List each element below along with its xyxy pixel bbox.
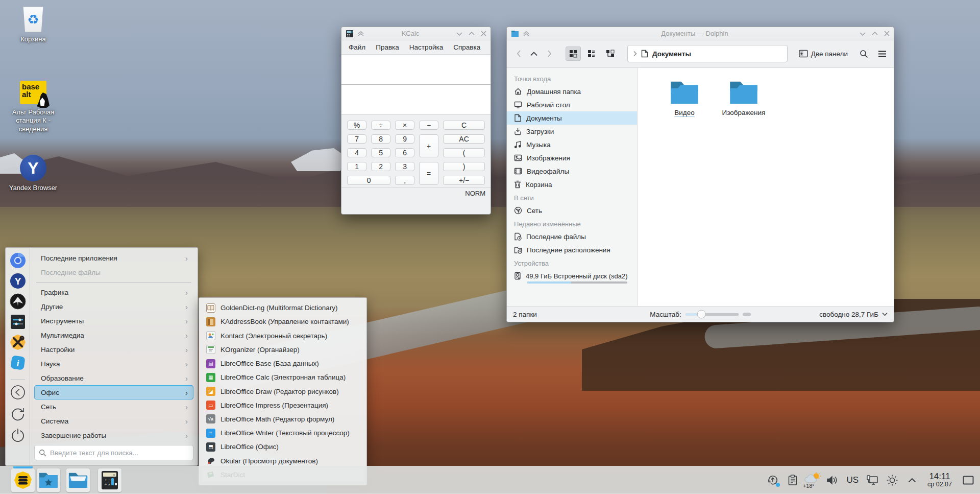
keep-above-icon[interactable] bbox=[523, 31, 530, 37]
pinned-files-launcher[interactable] bbox=[37, 468, 60, 492]
place-disk-sda2[interactable]: 49,9 ГиБ Встроенный диск (sda2) bbox=[507, 269, 637, 283]
place-desktop[interactable]: Рабочий стол bbox=[507, 98, 637, 111]
menu-item-system[interactable]: Система› bbox=[34, 414, 193, 428]
place-home[interactable]: Домашняя папка bbox=[507, 85, 637, 98]
split-view-button[interactable]: Две панели bbox=[796, 48, 851, 60]
menu-item-multimedia[interactable]: Мультимедиа› bbox=[34, 328, 193, 342]
place-music[interactable]: Музыка bbox=[507, 138, 637, 151]
menu-item-leave[interactable]: Завершение работы› bbox=[34, 428, 193, 442]
menu-restart-button[interactable] bbox=[10, 406, 26, 422]
app-launcher-button[interactable] bbox=[11, 468, 35, 492]
menu-item-tools[interactable]: Инструменты› bbox=[34, 314, 193, 328]
forward-button[interactable] bbox=[543, 47, 556, 60]
menu-item-science[interactable]: Наука› bbox=[34, 357, 193, 371]
details-view-button[interactable] bbox=[584, 46, 599, 61]
close-icon[interactable] bbox=[481, 31, 486, 36]
key-6[interactable]: 6 bbox=[395, 148, 414, 157]
desktop-icon-basealt-info[interactable]: basealt Альт Рабочая станция К - сведени… bbox=[7, 79, 60, 133]
icons-view-button[interactable] bbox=[566, 46, 581, 61]
zoom-slider[interactable] bbox=[685, 313, 739, 316]
back-button[interactable] bbox=[512, 47, 525, 60]
desktop-icon-trash[interactable]: ♻ Корзина bbox=[7, 6, 60, 43]
menu-item-office[interactable]: Офис› bbox=[34, 385, 193, 399]
key-1[interactable]: 1 bbox=[347, 162, 366, 171]
file-item-pictures[interactable]: Изображения bbox=[715, 80, 772, 117]
key-plus[interactable]: + bbox=[419, 134, 438, 157]
place-network[interactable]: Сеть bbox=[507, 204, 637, 217]
favorite-control-center[interactable] bbox=[9, 334, 27, 351]
show-desktop-button[interactable] bbox=[962, 468, 975, 492]
updates-tray-icon[interactable] bbox=[765, 473, 780, 488]
place-recent-files[interactable]: Последние файлы bbox=[507, 230, 637, 243]
weather-tray-icon[interactable]: +18° bbox=[805, 473, 820, 488]
place-downloads[interactable]: Загрузки bbox=[507, 125, 637, 138]
submenu-item-kontact[interactable]: Kontact (Электронный секретарь) bbox=[202, 328, 363, 342]
hamburger-menu-button[interactable] bbox=[875, 47, 889, 60]
submenu-item-lo-impress[interactable]: ▭ LibreOffice Impress (Презентация) bbox=[202, 398, 363, 412]
key-4[interactable]: 4 bbox=[347, 148, 366, 157]
key-plus-minus[interactable]: +/− bbox=[443, 176, 485, 185]
close-icon[interactable] bbox=[884, 31, 890, 36]
menu-search-box[interactable] bbox=[34, 445, 193, 460]
menu-shutdown-button[interactable] bbox=[10, 427, 26, 443]
favorite-moth-app[interactable] bbox=[9, 293, 27, 310]
key-0[interactable]: 0 bbox=[347, 176, 390, 185]
up-button[interactable] bbox=[527, 47, 541, 60]
menu-item-education[interactable]: Образование› bbox=[34, 371, 193, 385]
desktop-icon-yandex-browser[interactable]: Y Yandex Browser bbox=[7, 155, 60, 192]
dolphin-titlebar[interactable]: Документы — Dolphin bbox=[507, 27, 894, 40]
keyboard-layout-indicator[interactable]: US bbox=[845, 475, 860, 485]
breadcrumb[interactable]: Документы bbox=[627, 45, 788, 62]
key-2[interactable]: 2 bbox=[371, 162, 390, 171]
menu-settings[interactable]: Настройка bbox=[405, 41, 447, 53]
zoom-slider-handle[interactable] bbox=[697, 310, 705, 319]
tray-expander[interactable] bbox=[904, 473, 920, 488]
menu-help[interactable]: Справка bbox=[449, 41, 484, 53]
key-clear[interactable]: C bbox=[443, 121, 485, 130]
key-paren-close[interactable]: ) bbox=[443, 162, 485, 171]
search-button[interactable] bbox=[857, 47, 870, 60]
place-recent-locations[interactable]: Последние расположения bbox=[507, 243, 637, 256]
maximize-icon[interactable] bbox=[872, 31, 878, 36]
favorite-chromium[interactable] bbox=[9, 252, 27, 269]
clipboard-tray-icon[interactable] bbox=[785, 473, 800, 488]
key-8[interactable]: 8 bbox=[371, 134, 390, 144]
submenu-item-libreoffice[interactable]: ⬒ LibreOffice (Офис) bbox=[202, 440, 363, 454]
file-item-video[interactable]: Видео bbox=[656, 80, 713, 117]
key-percent[interactable]: % bbox=[347, 121, 366, 130]
place-pictures[interactable]: Изображения bbox=[507, 151, 637, 164]
volume-tray-icon[interactable] bbox=[825, 473, 840, 488]
task-dolphin[interactable] bbox=[66, 468, 90, 492]
key-9[interactable]: 9 bbox=[395, 134, 414, 144]
maximize-icon[interactable] bbox=[469, 31, 475, 36]
chevron-down-icon[interactable] bbox=[882, 312, 888, 316]
menu-item-other[interactable]: Другие› bbox=[34, 299, 193, 314]
place-trash[interactable]: Корзина bbox=[507, 178, 637, 191]
submenu-item-korganizer[interactable]: KOrganizer (Органайзер) bbox=[202, 343, 363, 357]
submenu-item-lo-base[interactable]: ▤ LibreOffice Base (База данных) bbox=[202, 357, 363, 370]
key-multiply[interactable]: × bbox=[395, 121, 414, 130]
key-equals[interactable]: = bbox=[419, 162, 438, 185]
tree-view-button[interactable] bbox=[602, 46, 618, 61]
kcalc-titlebar[interactable]: KCalc bbox=[341, 27, 491, 40]
network-tray-icon[interactable] bbox=[865, 473, 880, 488]
key-7[interactable]: 7 bbox=[347, 134, 366, 144]
menu-item-recent-apps[interactable]: Последние приложения› bbox=[34, 251, 193, 265]
folder-view[interactable]: Видео Изображения bbox=[638, 68, 894, 306]
menu-back-button[interactable] bbox=[10, 384, 26, 401]
submenu-item-lo-math[interactable]: √a LibreOffice Math (Редактор формул) bbox=[202, 412, 363, 426]
submenu-item-lo-calc[interactable]: ▦ LibreOffice Calc (Электронная таблица) bbox=[202, 370, 363, 384]
menu-file[interactable]: Файл bbox=[345, 41, 370, 53]
menu-item-settings[interactable]: Настройки› bbox=[34, 342, 193, 357]
digital-clock[interactable]: 14:11 ср 02.07 bbox=[924, 472, 955, 488]
place-videos[interactable]: Видеофайлы bbox=[507, 164, 637, 178]
key-all-clear[interactable]: AC bbox=[443, 134, 485, 144]
key-3[interactable]: 3 bbox=[395, 162, 414, 171]
minimize-icon[interactable] bbox=[860, 31, 866, 36]
key-paren-open[interactable]: ( bbox=[443, 148, 485, 157]
keep-above-icon[interactable] bbox=[357, 31, 364, 37]
key-comma[interactable]: , bbox=[395, 176, 414, 185]
place-documents[interactable]: Документы bbox=[507, 111, 637, 125]
breadcrumb-current-folder[interactable]: Документы bbox=[652, 50, 691, 58]
menu-item-network[interactable]: Сеть› bbox=[34, 399, 193, 414]
